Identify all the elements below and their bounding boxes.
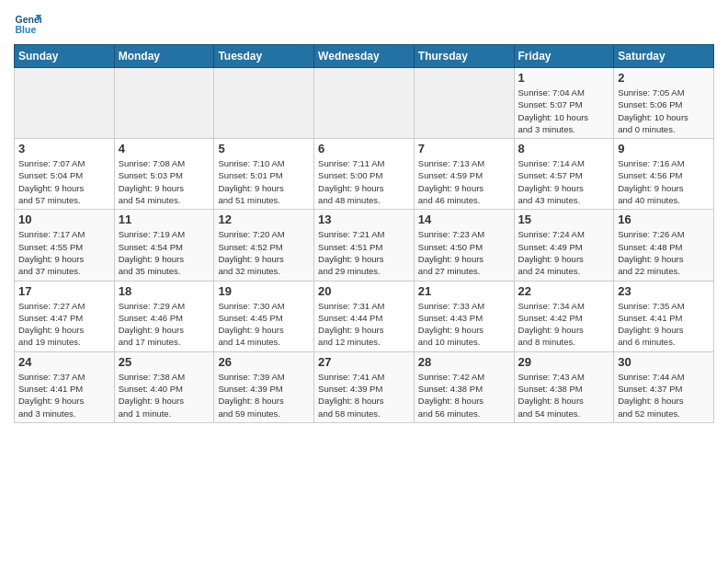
day-info: Sunrise: 7:31 AMSunset: 4:44 PMDaylight:… bbox=[318, 300, 410, 349]
page-header: General Blue bbox=[14, 9, 714, 37]
day-number: 25 bbox=[119, 355, 210, 369]
day-info: Sunrise: 7:21 AMSunset: 4:51 PMDaylight:… bbox=[318, 228, 410, 277]
col-header-thursday: Thursday bbox=[414, 45, 514, 68]
day-number: 22 bbox=[518, 284, 610, 298]
calendar-cell: 22Sunrise: 7:34 AMSunset: 4:42 PMDayligh… bbox=[514, 281, 614, 351]
calendar-cell: 17Sunrise: 7:27 AMSunset: 4:47 PMDayligh… bbox=[15, 281, 115, 351]
day-info: Sunrise: 7:05 AMSunset: 5:06 PMDaylight:… bbox=[618, 86, 710, 135]
calendar-cell: 29Sunrise: 7:43 AMSunset: 4:38 PMDayligh… bbox=[514, 351, 614, 422]
calendar-cell: 12Sunrise: 7:20 AMSunset: 4:52 PMDayligh… bbox=[214, 210, 314, 281]
day-info: Sunrise: 7:30 AMSunset: 4:45 PMDaylight:… bbox=[218, 300, 310, 349]
day-number: 15 bbox=[518, 213, 610, 226]
day-info: Sunrise: 7:11 AMSunset: 5:00 PMDaylight:… bbox=[318, 157, 410, 206]
calendar-cell: 1Sunrise: 7:04 AMSunset: 5:07 PMDaylight… bbox=[514, 68, 614, 139]
calendar-cell: 30Sunrise: 7:44 AMSunset: 4:37 PMDayligh… bbox=[614, 351, 714, 422]
calendar-cell: 15Sunrise: 7:24 AMSunset: 4:49 PMDayligh… bbox=[514, 210, 614, 281]
day-info: Sunrise: 7:43 AMSunset: 4:38 PMDaylight:… bbox=[518, 371, 610, 419]
day-number: 9 bbox=[618, 142, 710, 155]
day-number: 14 bbox=[418, 213, 510, 226]
calendar-cell: 27Sunrise: 7:41 AMSunset: 4:39 PMDayligh… bbox=[314, 351, 415, 422]
day-number: 7 bbox=[418, 142, 510, 155]
calendar-cell: 2Sunrise: 7:05 AMSunset: 5:06 PMDaylight… bbox=[614, 68, 714, 139]
day-info: Sunrise: 7:41 AMSunset: 4:39 PMDaylight:… bbox=[318, 371, 410, 419]
day-number: 2 bbox=[618, 71, 710, 85]
day-info: Sunrise: 7:08 AMSunset: 5:03 PMDaylight:… bbox=[119, 157, 210, 206]
col-header-sunday: Sunday bbox=[15, 45, 115, 68]
calendar-cell: 7Sunrise: 7:13 AMSunset: 4:59 PMDaylight… bbox=[414, 139, 514, 210]
calendar-cell: 6Sunrise: 7:11 AMSunset: 5:00 PMDaylight… bbox=[314, 139, 415, 210]
day-number: 21 bbox=[418, 284, 510, 298]
day-number: 5 bbox=[218, 142, 310, 155]
svg-text:Blue: Blue bbox=[16, 24, 37, 35]
day-info: Sunrise: 7:39 AMSunset: 4:39 PMDaylight:… bbox=[218, 371, 310, 419]
day-number: 27 bbox=[318, 355, 410, 369]
calendar-cell: 18Sunrise: 7:29 AMSunset: 4:46 PMDayligh… bbox=[114, 281, 214, 351]
day-number: 8 bbox=[518, 142, 610, 155]
calendar-cell: 10Sunrise: 7:17 AMSunset: 4:55 PMDayligh… bbox=[15, 210, 115, 281]
col-header-monday: Monday bbox=[114, 45, 214, 68]
day-info: Sunrise: 7:10 AMSunset: 5:01 PMDaylight:… bbox=[218, 157, 310, 206]
day-info: Sunrise: 7:19 AMSunset: 4:54 PMDaylight:… bbox=[119, 228, 210, 277]
day-number: 3 bbox=[18, 142, 110, 155]
calendar-cell: 3Sunrise: 7:07 AMSunset: 5:04 PMDaylight… bbox=[15, 139, 115, 210]
day-number: 29 bbox=[518, 355, 610, 369]
day-number: 30 bbox=[618, 355, 710, 369]
day-number: 11 bbox=[119, 213, 210, 226]
calendar-cell bbox=[214, 68, 314, 139]
day-number: 20 bbox=[318, 284, 410, 298]
day-info: Sunrise: 7:33 AMSunset: 4:43 PMDaylight:… bbox=[418, 300, 510, 349]
col-header-wednesday: Wednesday bbox=[314, 45, 415, 68]
day-number: 16 bbox=[618, 213, 710, 226]
day-number: 12 bbox=[218, 213, 310, 226]
day-number: 4 bbox=[119, 142, 210, 155]
day-number: 23 bbox=[618, 284, 710, 298]
calendar-cell: 23Sunrise: 7:35 AMSunset: 4:41 PMDayligh… bbox=[614, 281, 714, 351]
calendar-cell bbox=[414, 68, 514, 139]
calendar-cell: 28Sunrise: 7:42 AMSunset: 4:38 PMDayligh… bbox=[414, 351, 514, 422]
calendar-cell: 25Sunrise: 7:38 AMSunset: 4:40 PMDayligh… bbox=[114, 351, 214, 422]
calendar-cell: 8Sunrise: 7:14 AMSunset: 4:57 PMDaylight… bbox=[514, 139, 614, 210]
day-info: Sunrise: 7:17 AMSunset: 4:55 PMDaylight:… bbox=[18, 228, 110, 277]
calendar-cell: 13Sunrise: 7:21 AMSunset: 4:51 PMDayligh… bbox=[314, 210, 415, 281]
col-header-saturday: Saturday bbox=[614, 45, 714, 68]
day-number: 6 bbox=[318, 142, 410, 155]
calendar-cell: 21Sunrise: 7:33 AMSunset: 4:43 PMDayligh… bbox=[414, 281, 514, 351]
day-info: Sunrise: 7:35 AMSunset: 4:41 PMDaylight:… bbox=[618, 300, 710, 349]
calendar-cell: 19Sunrise: 7:30 AMSunset: 4:45 PMDayligh… bbox=[214, 281, 314, 351]
day-number: 18 bbox=[119, 284, 210, 298]
day-number: 26 bbox=[218, 355, 310, 369]
calendar-cell bbox=[15, 68, 115, 139]
logo-icon: General Blue bbox=[14, 9, 41, 37]
day-info: Sunrise: 7:16 AMSunset: 4:56 PMDaylight:… bbox=[618, 157, 710, 206]
calendar-cell: 26Sunrise: 7:39 AMSunset: 4:39 PMDayligh… bbox=[214, 351, 314, 422]
day-info: Sunrise: 7:38 AMSunset: 4:40 PMDaylight:… bbox=[119, 371, 210, 419]
calendar-cell bbox=[114, 68, 214, 139]
day-number: 28 bbox=[418, 355, 510, 369]
day-number: 24 bbox=[18, 355, 110, 369]
calendar-cell: 5Sunrise: 7:10 AMSunset: 5:01 PMDaylight… bbox=[214, 139, 314, 210]
day-number: 1 bbox=[518, 71, 610, 85]
col-header-friday: Friday bbox=[514, 45, 614, 68]
day-info: Sunrise: 7:20 AMSunset: 4:52 PMDaylight:… bbox=[218, 228, 310, 277]
day-info: Sunrise: 7:13 AMSunset: 4:59 PMDaylight:… bbox=[418, 157, 510, 206]
day-info: Sunrise: 7:34 AMSunset: 4:42 PMDaylight:… bbox=[518, 300, 610, 349]
calendar-cell: 14Sunrise: 7:23 AMSunset: 4:50 PMDayligh… bbox=[414, 210, 514, 281]
calendar-cell: 4Sunrise: 7:08 AMSunset: 5:03 PMDaylight… bbox=[114, 139, 214, 210]
calendar-cell: 24Sunrise: 7:37 AMSunset: 4:41 PMDayligh… bbox=[15, 351, 115, 422]
calendar-cell: 16Sunrise: 7:26 AMSunset: 4:48 PMDayligh… bbox=[614, 210, 714, 281]
day-number: 19 bbox=[218, 284, 310, 298]
day-info: Sunrise: 7:42 AMSunset: 4:38 PMDaylight:… bbox=[418, 371, 510, 419]
day-info: Sunrise: 7:37 AMSunset: 4:41 PMDaylight:… bbox=[18, 371, 110, 419]
day-info: Sunrise: 7:27 AMSunset: 4:47 PMDaylight:… bbox=[18, 300, 110, 349]
calendar-table: SundayMondayTuesdayWednesdayThursdayFrid… bbox=[14, 44, 714, 423]
day-number: 10 bbox=[18, 213, 110, 226]
day-info: Sunrise: 7:26 AMSunset: 4:48 PMDaylight:… bbox=[618, 228, 710, 277]
day-info: Sunrise: 7:44 AMSunset: 4:37 PMDaylight:… bbox=[618, 371, 710, 419]
calendar-cell: 9Sunrise: 7:16 AMSunset: 4:56 PMDaylight… bbox=[614, 139, 714, 210]
col-header-tuesday: Tuesday bbox=[214, 45, 314, 68]
logo: General Blue bbox=[14, 9, 45, 37]
day-info: Sunrise: 7:04 AMSunset: 5:07 PMDaylight:… bbox=[518, 86, 610, 135]
day-info: Sunrise: 7:29 AMSunset: 4:46 PMDaylight:… bbox=[119, 300, 210, 349]
day-info: Sunrise: 7:24 AMSunset: 4:49 PMDaylight:… bbox=[518, 228, 610, 277]
day-info: Sunrise: 7:23 AMSunset: 4:50 PMDaylight:… bbox=[418, 228, 510, 277]
